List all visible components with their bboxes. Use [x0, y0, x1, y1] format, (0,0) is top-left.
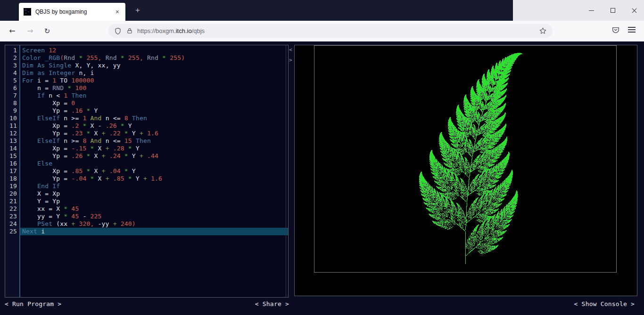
collapse-right-button[interactable]: >	[289, 58, 292, 63]
line-number: 2	[5, 54, 19, 62]
code-line[interactable]: Else	[20, 160, 288, 167]
line-number: 1	[5, 47, 19, 54]
url-domain: itch.io	[176, 27, 192, 34]
shield-icon[interactable]	[114, 27, 122, 35]
code-line[interactable]: Xp = -.15 * X + .28 * Y	[20, 145, 288, 152]
line-number: 16	[5, 160, 19, 167]
bookmark-star-button[interactable]	[539, 27, 547, 35]
line-number: 24	[5, 220, 19, 228]
code-line[interactable]: PSet (xx + 320, -yy + 240)	[20, 220, 288, 228]
code-line[interactable]: Screen 12	[20, 47, 288, 54]
code-line[interactable]: xx = X * 45	[20, 205, 288, 213]
url-path: /qbjs	[192, 27, 205, 34]
line-number: 6	[5, 84, 19, 92]
pane-splitter[interactable]: < >	[289, 45, 294, 298]
code-line[interactable]: Yp = .16 * Y	[20, 107, 288, 115]
pocket-button[interactable]	[611, 25, 620, 35]
code-line[interactable]: ElseIf n >= 1 And n <= 8 Then	[20, 115, 288, 122]
line-number: 19	[5, 182, 19, 190]
line-number: 10	[5, 115, 19, 122]
maximize-button[interactable]	[606, 3, 620, 17]
tab-strip: QBJS by boxgaming × +	[0, 0, 644, 21]
output-pane	[294, 45, 637, 296]
line-number: 8	[5, 99, 19, 107]
code-line[interactable]: n = RND * 100	[20, 84, 288, 92]
code-line[interactable]: ElseIf n >= 8 And n <= 15 Then	[20, 137, 288, 145]
line-number: 12	[5, 130, 19, 137]
editor-code[interactable]: Screen 12Color _RGB(Rnd * 255, Rnd * 255…	[20, 45, 288, 297]
line-number: 22	[5, 205, 19, 213]
editor-gutter: 1234567891011121314151617181920212223242…	[5, 45, 19, 297]
back-button[interactable]: ←	[6, 25, 19, 38]
line-number: 9	[5, 107, 19, 115]
browser-window: QBJS by boxgaming × + ← → ↻ https://boxg…	[0, 0, 644, 315]
code-line[interactable]: Yp = -.04 * X + .85 * Y + 1.6	[20, 175, 288, 182]
titlebar-caption-area	[513, 0, 644, 21]
new-tab-button[interactable]: +	[132, 5, 143, 16]
code-line[interactable]: Dim As Single X, Y, xx, yy	[20, 62, 288, 69]
line-number: 17	[5, 167, 19, 175]
close-button[interactable]	[627, 3, 641, 17]
code-line[interactable]: Yp = .26 * X + .24 * Y + .44	[20, 152, 288, 160]
code-line[interactable]: For i = 1 TO 100000	[20, 77, 288, 84]
line-number: 15	[5, 152, 19, 160]
hamburger-icon	[628, 27, 636, 28]
code-line[interactable]: Dim as Integer n, i	[20, 69, 288, 77]
line-number: 18	[5, 175, 19, 182]
code-line[interactable]: Xp = 0	[20, 99, 288, 107]
code-line[interactable]: Xp = .2 * X - .26 * Y	[20, 122, 288, 130]
line-number: 11	[5, 122, 19, 130]
code-line[interactable]: Color _RGB(Rnd * 255, Rnd * 255, Rnd * 2…	[20, 54, 288, 62]
url-prefix: https://boxgm.	[137, 27, 176, 34]
lock-icon[interactable]	[126, 27, 133, 34]
code-line[interactable]: X = Xp	[20, 190, 288, 198]
minimize-icon	[589, 10, 594, 11]
code-line[interactable]: End If	[20, 182, 288, 190]
canvas-frame	[314, 45, 617, 273]
line-number: 14	[5, 145, 19, 152]
maximize-icon	[611, 8, 615, 13]
line-number: 4	[5, 69, 19, 77]
minimize-button[interactable]	[585, 3, 599, 17]
collapse-left-button[interactable]: <	[289, 47, 292, 52]
code-line[interactable]: yy = Y * 45 - 225	[20, 213, 288, 220]
editor-scrollbar[interactable]	[286, 45, 288, 297]
url-text: https://boxgm.itch.io/qbjs	[137, 27, 539, 34]
line-number: 7	[5, 92, 19, 99]
reload-icon: ↻	[44, 27, 50, 35]
program-canvas[interactable]	[314, 46, 616, 272]
line-number: 25	[5, 228, 19, 235]
star-icon	[540, 28, 545, 33]
tab-close-button[interactable]: ×	[114, 8, 121, 15]
code-line[interactable]: Yp = .23 * X + .22 * Y + 1.6	[20, 130, 288, 137]
forward-button[interactable]: →	[24, 25, 37, 38]
line-number: 5	[5, 77, 19, 84]
line-number: 21	[5, 198, 19, 205]
line-number: 3	[5, 62, 19, 69]
code-line[interactable]: If n < 1 Then	[20, 92, 288, 99]
reload-button[interactable]: ↻	[41, 25, 54, 38]
code-line[interactable]: Next i	[20, 228, 288, 235]
share-button[interactable]: < Share >	[255, 300, 289, 307]
menu-button[interactable]	[628, 27, 636, 34]
browser-tab[interactable]: QBJS by boxgaming ×	[19, 3, 125, 21]
url-bar[interactable]: https://boxgm.itch.io/qbjs	[108, 24, 553, 38]
tab-title: QBJS by boxgaming	[35, 8, 114, 15]
line-number: 20	[5, 190, 19, 198]
line-number: 13	[5, 137, 19, 145]
line-number: 23	[5, 213, 19, 220]
code-line[interactable]: Y = Yp	[20, 198, 288, 205]
editor-pane[interactable]: 1234567891011121314151617181920212223242…	[5, 45, 289, 298]
back-arrow-icon: ←	[9, 26, 15, 35]
forward-arrow-icon: →	[27, 26, 33, 35]
show-console-button[interactable]: < Show Console >	[574, 300, 635, 307]
favicon	[24, 8, 31, 16]
code-line[interactable]: Xp = .85 * X + .04 * Y	[20, 167, 288, 175]
